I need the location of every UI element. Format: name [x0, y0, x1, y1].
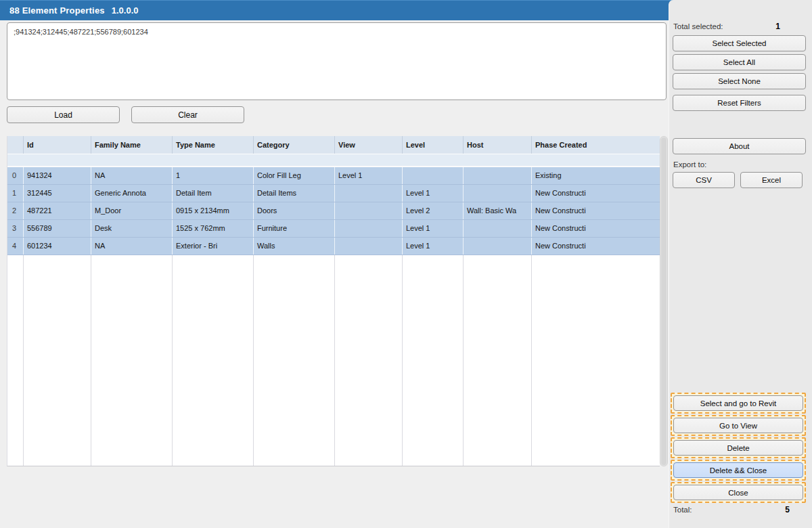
cell-view[interactable] — [335, 220, 403, 237]
delete-button[interactable]: Delete — [673, 440, 803, 456]
cell-family[interactable]: NA — [91, 238, 173, 255]
cell-category[interactable]: Doors — [254, 202, 335, 219]
cell-family[interactable]: NA — [91, 167, 173, 184]
column-header-level[interactable]: Level — [403, 136, 464, 154]
cell-view[interactable] — [335, 185, 403, 202]
cell-level[interactable]: Level 1 — [403, 220, 464, 237]
filter-row[interactable] — [7, 154, 660, 167]
grid-column — [464, 255, 532, 466]
total-selected-label: Total selected: — [673, 22, 723, 30]
action-cell: Select and go to Revit — [671, 393, 806, 414]
cell-view[interactable] — [335, 202, 403, 219]
export-excel-button[interactable]: Excel — [740, 172, 803, 188]
clear-button[interactable]: Clear — [131, 106, 244, 123]
cell-category[interactable]: Color Fill Leg — [254, 167, 335, 184]
grid-column — [335, 255, 403, 466]
load-button[interactable]: Load — [7, 106, 120, 123]
delete-close-button[interactable]: Delete && Close — [673, 462, 803, 478]
cell-level[interactable]: Level 2 — [403, 202, 464, 219]
table-main: IdFamily NameType NameCategoryViewLevelH… — [7, 136, 660, 466]
cell-phase[interactable]: New Constructi — [532, 185, 660, 202]
row-index-cell[interactable]: 1 — [7, 185, 24, 202]
grid-column — [24, 255, 91, 466]
table-row[interactable]: 0941324NA1Color Fill LegLevel 1Existing — [7, 167, 660, 185]
cell-phase[interactable]: New Constructi — [532, 220, 660, 237]
cell-view[interactable]: Level 1 — [335, 167, 403, 184]
table-empty-area — [7, 255, 660, 466]
cell-category[interactable]: Detail Items — [254, 185, 335, 202]
go-to-view-button[interactable]: Go to View — [673, 418, 803, 433]
action-cell: Delete && Close — [671, 460, 806, 481]
column-header-phase-created[interactable]: Phase Created — [532, 136, 660, 154]
total-label: Total: — [673, 506, 692, 514]
action-cell: Go to View — [671, 415, 806, 436]
column-header-type-name[interactable]: Type Name — [173, 136, 254, 154]
row-index-cell[interactable]: 3 — [7, 220, 24, 237]
column-header-view[interactable]: View — [335, 136, 403, 154]
grid-column — [403, 255, 464, 466]
cell-family[interactable]: Desk — [91, 220, 173, 237]
table-row[interactable]: 3556789Desk1525 x 762mmFurnitureLevel 1N… — [7, 220, 660, 238]
element-properties-window: 88 Element Properties 1.0.0.0 ;941324;31… — [0, 0, 812, 528]
table-row[interactable]: 2487221M_Door0915 x 2134mmDoorsLevel 2Wa… — [7, 202, 660, 220]
cell-type[interactable]: 1 — [173, 167, 254, 184]
vertical-scrollbar[interactable] — [660, 136, 668, 466]
column-header-id[interactable]: Id — [24, 136, 91, 154]
cell-type[interactable]: Detail Item — [173, 185, 254, 202]
cell-id[interactable]: 487221 — [24, 202, 91, 219]
column-header-rownum — [7, 136, 24, 154]
select-all-button[interactable]: Select All — [673, 54, 806, 70]
cell-id[interactable]: 601234 — [24, 238, 91, 255]
cell-id[interactable]: 312445 — [24, 185, 91, 202]
about-button[interactable]: About — [673, 138, 806, 154]
column-header-family-name[interactable]: Family Name — [91, 136, 173, 154]
column-header-host[interactable]: Host — [464, 136, 532, 154]
action-cell: Delete — [671, 437, 806, 458]
cell-family[interactable]: Generic Annota — [91, 185, 173, 202]
cell-id[interactable]: 556789 — [24, 220, 91, 237]
cell-family[interactable]: M_Door — [91, 202, 173, 219]
cell-type[interactable]: 1525 x 762mm — [173, 220, 254, 237]
total-row: Total: 5 — [673, 505, 790, 514]
cell-type[interactable]: 0915 x 2134mm — [173, 202, 254, 219]
cell-host[interactable] — [464, 185, 532, 202]
cell-type[interactable]: Exterior - Bri — [173, 238, 254, 255]
table-body: 0941324NA1Color Fill LegLevel 1Existing1… — [7, 167, 660, 255]
cell-phase[interactable]: New Constructi — [532, 202, 660, 219]
close-button[interactable]: Close — [673, 485, 803, 500]
scrollbar-thumb[interactable] — [661, 137, 667, 465]
grid-column — [254, 255, 335, 466]
grid-column — [7, 255, 24, 466]
total-value: 5 — [785, 505, 790, 514]
select-none-button[interactable]: Select None — [673, 73, 806, 89]
total-selected-value: 1 — [775, 22, 780, 31]
column-header-category[interactable]: Category — [254, 136, 335, 154]
table-header-row: IdFamily NameType NameCategoryViewLevelH… — [7, 136, 660, 154]
cell-id[interactable]: 941324 — [24, 167, 91, 184]
cell-host[interactable] — [464, 238, 532, 255]
select-and-go-to-revit-button[interactable]: Select and go to Revit — [673, 395, 803, 411]
cell-host[interactable]: Wall: Basic Wa — [464, 202, 532, 219]
cell-level[interactable]: Level 1 — [403, 185, 464, 202]
cell-category[interactable]: Furniture — [254, 220, 335, 237]
select-selected-button[interactable]: Select Selected — [673, 35, 806, 51]
export-csv-button[interactable]: CSV — [673, 172, 735, 188]
export-to-label: Export to: — [673, 160, 706, 169]
table-row[interactable]: 4601234NAExterior - BriWallsLevel 1New C… — [7, 238, 660, 255]
cell-level[interactable] — [403, 167, 464, 184]
cell-host[interactable] — [464, 220, 532, 237]
element-ids-input[interactable]: ;941324;312445;487221;556789;601234 — [7, 22, 667, 100]
row-index-cell[interactable]: 4 — [7, 238, 24, 255]
cell-category[interactable]: Walls — [254, 238, 335, 255]
cell-level[interactable]: Level 1 — [403, 238, 464, 255]
table-row[interactable]: 1312445Generic AnnotaDetail ItemDetail I… — [7, 185, 660, 202]
window-title: 88 Element Properties — [9, 5, 105, 16]
cell-view[interactable] — [335, 238, 403, 255]
total-selected-row: Total selected: 1 — [673, 22, 780, 31]
row-index-cell[interactable]: 2 — [7, 202, 24, 219]
reset-filters-button[interactable]: Reset Filters — [673, 95, 806, 111]
cell-phase[interactable]: Existing — [532, 167, 660, 184]
row-index-cell[interactable]: 0 — [7, 167, 24, 184]
cell-phase[interactable]: New Constructi — [532, 238, 660, 255]
cell-host[interactable] — [464, 167, 532, 184]
